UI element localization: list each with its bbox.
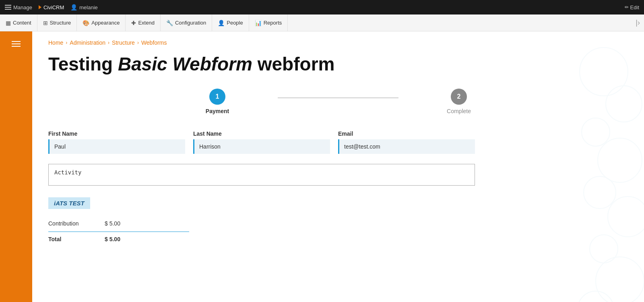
breadcrumb-home[interactable]: Home	[48, 39, 63, 46]
step-1-circle: 1	[209, 89, 225, 105]
civicrm-label: CiviCRM	[43, 4, 64, 10]
activity-group: Activity	[48, 164, 475, 187]
nav-content[interactable]: ▦ Content	[0, 14, 37, 31]
content-icon: ▦	[6, 20, 11, 26]
svg-point-5	[608, 197, 644, 237]
total-label: Total	[48, 236, 97, 242]
civicrm-icon	[39, 5, 41, 9]
breadcrumb-sep-3: ›	[137, 40, 139, 46]
user-icon: 👤	[70, 4, 77, 10]
total-value: $ 5.00	[105, 236, 120, 242]
last-name-group: Last Name	[193, 130, 330, 154]
manage-label: Manage	[13, 4, 32, 10]
breadcrumb-sep-2: ›	[108, 40, 109, 46]
main-wrapper: Home › Administration › Structure › Webf…	[0, 31, 644, 302]
breadcrumb-structure[interactable]: Structure	[112, 39, 135, 46]
page-title: Testing Basic Webform webform	[48, 54, 628, 74]
sidebar	[0, 31, 32, 302]
svg-point-1	[606, 86, 642, 122]
nav-right-toggle[interactable]: |›	[632, 14, 644, 31]
email-group: Email	[338, 130, 475, 154]
activity-input[interactable]: Activity	[48, 164, 475, 186]
nav-people[interactable]: 👤 People	[212, 14, 249, 31]
nav-people-label: People	[227, 20, 243, 26]
svg-point-4	[584, 176, 616, 209]
svg-point-3	[598, 138, 642, 182]
manage-menu[interactable]: Manage	[5, 4, 32, 10]
step-1: 1 Payment	[157, 89, 278, 114]
svg-point-2	[582, 118, 610, 146]
iats-label: iATS TEST	[54, 200, 85, 207]
form-fields: First Name Last Name Email	[48, 130, 475, 154]
contribution-row: Contribution $ 5.00	[48, 217, 189, 230]
last-name-input[interactable]	[193, 139, 330, 154]
nav-config-label: Configuration	[175, 20, 206, 26]
sidebar-menu-button[interactable]	[6, 35, 26, 52]
contribution-table: Contribution $ 5.00 Total $ 5.00	[48, 217, 189, 246]
nav-extend-label: Extend	[138, 20, 154, 26]
nav-structure-label: Structure	[50, 20, 71, 26]
nav-reports-label: Reports	[264, 20, 282, 26]
nav-bar: ▦ Content ⊞ Structure 🎨 Appearance ✚ Ext…	[0, 14, 644, 31]
civicrm-logo[interactable]: CiviCRM	[39, 4, 64, 10]
breadcrumb-sep-1: ›	[66, 40, 67, 46]
nav-content-label: Content	[13, 20, 31, 26]
first-name-label: First Name	[48, 130, 185, 137]
total-row: Total $ 5.00	[48, 232, 189, 246]
email-input[interactable]	[338, 139, 475, 154]
svg-point-7	[596, 257, 644, 302]
step-connector	[278, 97, 398, 98]
nav-structure[interactable]: ⊞ Structure	[37, 14, 77, 31]
extend-icon: ✚	[131, 20, 136, 26]
appearance-icon: 🎨	[83, 20, 89, 26]
step-1-label: Payment	[206, 108, 229, 114]
email-label: Email	[338, 130, 475, 137]
edit-button[interactable]: ✏ Edit	[625, 4, 639, 10]
content-area: Home › Administration › Structure › Webf…	[32, 31, 644, 302]
last-name-label: Last Name	[193, 130, 330, 137]
svg-point-8	[578, 291, 614, 302]
pencil-icon: ✏	[625, 4, 629, 10]
step-2-label: Complete	[447, 108, 471, 114]
people-icon: 👤	[218, 20, 225, 26]
contribution-value: $ 5.00	[105, 220, 120, 227]
nav-reports[interactable]: 📊 Reports	[249, 14, 288, 31]
breadcrumb-admin[interactable]: Administration	[70, 39, 105, 46]
config-icon: 🔧	[166, 20, 173, 26]
edit-label: Edit	[630, 4, 639, 10]
iats-header: iATS TEST	[48, 197, 90, 209]
steps-container: 1 Payment 2 Complete	[157, 89, 519, 114]
reports-icon: 📊	[255, 20, 262, 26]
breadcrumb-webforms[interactable]: Webforms	[141, 39, 167, 46]
username-label: melanie	[79, 4, 98, 10]
nav-appearance-label: Appearance	[91, 20, 120, 26]
first-name-input[interactable]	[48, 139, 185, 154]
step-2: 2 Complete	[398, 89, 519, 114]
admin-bar: Manage CiviCRM 👤 melanie ✏ Edit	[0, 0, 644, 14]
nav-appearance[interactable]: 🎨 Appearance	[77, 14, 126, 31]
nav-configuration[interactable]: 🔧 Configuration	[161, 14, 212, 31]
svg-point-6	[590, 235, 618, 263]
first-name-group: First Name	[48, 130, 185, 154]
breadcrumb: Home › Administration › Structure › Webf…	[48, 39, 628, 46]
nav-extend[interactable]: ✚ Extend	[126, 14, 160, 31]
user-menu[interactable]: 👤 melanie	[70, 4, 98, 10]
contribution-label: Contribution	[48, 220, 97, 227]
hamburger-icon	[5, 5, 11, 10]
structure-icon: ⊞	[43, 20, 48, 26]
step-2-circle: 2	[451, 89, 467, 105]
